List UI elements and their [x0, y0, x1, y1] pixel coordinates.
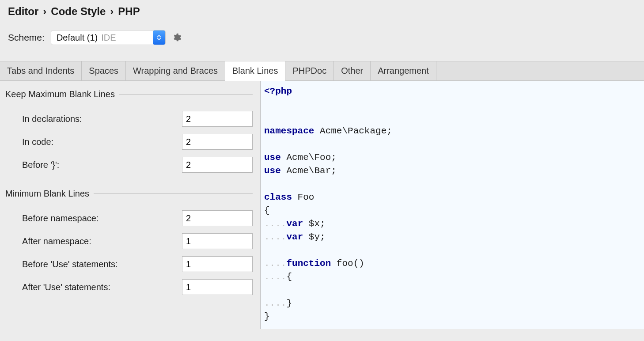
- breadcrumb-editor: Editor: [8, 5, 38, 18]
- code-token: <?php: [264, 86, 292, 96]
- code-keyword: namespace: [264, 126, 314, 136]
- code-preview: <?php namespace Acme\Package; use Acme\F…: [261, 81, 644, 329]
- tab-wrapping-and-braces[interactable]: Wrapping and Braces: [126, 61, 225, 80]
- tab-spaces[interactable]: Spaces: [82, 61, 126, 80]
- section-keep-max: Keep Maximum Blank Lines: [5, 89, 253, 99]
- section-min: Minimum Blank Lines: [5, 189, 253, 199]
- input-before-use[interactable]: [182, 256, 253, 272]
- code-text: $x;: [303, 219, 325, 229]
- breadcrumb-php: PHP: [118, 5, 140, 18]
- label-before-use: Before 'Use' statements:: [22, 259, 182, 269]
- label-in-code: In code:: [22, 137, 182, 147]
- input-before-namespace[interactable]: [182, 210, 253, 226]
- label-before-close-brace: Before '}':: [22, 160, 182, 170]
- dropdown-stepper-icon[interactable]: [153, 30, 165, 45]
- code-keyword: var: [286, 232, 303, 242]
- input-in-declarations[interactable]: [182, 111, 253, 127]
- label-before-namespace: Before namespace:: [22, 213, 182, 224]
- code-text: Foo: [292, 192, 314, 202]
- code-text: $y;: [303, 232, 325, 242]
- label-in-declarations: In declarations:: [22, 114, 182, 124]
- code-text: }: [286, 298, 292, 308]
- settings-pane: Keep Maximum Blank Lines In declarations…: [0, 81, 261, 329]
- tab-tabs-and-indents[interactable]: Tabs and Indents: [0, 61, 82, 80]
- input-after-namespace[interactable]: [182, 233, 253, 249]
- code-keyword: function: [286, 258, 331, 269]
- chevron-right-icon: ›: [43, 5, 46, 18]
- code-keyword: class: [264, 192, 292, 202]
- tab-other[interactable]: Other: [334, 61, 371, 80]
- tabs: Tabs and Indents Spaces Wrapping and Bra…: [0, 61, 644, 81]
- input-in-code[interactable]: [182, 134, 253, 150]
- label-after-namespace: After namespace:: [22, 236, 182, 246]
- code-text: {: [264, 205, 270, 216]
- input-before-close-brace[interactable]: [182, 157, 253, 173]
- code-text: }: [264, 311, 270, 322]
- code-keyword: use: [264, 152, 281, 163]
- scheme-selected: Default (1): [57, 33, 98, 43]
- input-after-use[interactable]: [182, 279, 253, 295]
- divider: [94, 193, 253, 194]
- indent-guide: ....: [264, 219, 286, 229]
- code-text: foo(): [331, 258, 364, 269]
- scheme-label: Scheme:: [8, 32, 45, 43]
- breadcrumb: Editor › Code Style › PHP: [8, 5, 636, 18]
- code-text: Acme\Package;: [314, 126, 392, 136]
- indent-guide: ....: [264, 298, 286, 308]
- code-text: Acme\Bar;: [281, 166, 337, 176]
- indent-guide: ....: [264, 258, 286, 269]
- section-title: Minimum Blank Lines: [5, 189, 89, 199]
- tab-blank-lines[interactable]: Blank Lines: [225, 61, 285, 81]
- code-keyword: use: [264, 166, 281, 176]
- chevron-right-icon: ›: [110, 5, 114, 18]
- code-text: {: [286, 272, 292, 282]
- tab-phpdoc[interactable]: PHPDoc: [285, 61, 334, 80]
- gear-icon[interactable]: [172, 33, 182, 42]
- divider: [119, 94, 253, 95]
- label-after-use: After 'Use' statements:: [22, 282, 182, 292]
- scheme-scope: IDE: [101, 33, 116, 43]
- breadcrumb-code-style: Code Style: [51, 5, 106, 18]
- code-keyword: var: [286, 219, 303, 229]
- indent-guide: ....: [264, 232, 286, 242]
- code-text: Acme\Foo;: [281, 152, 337, 163]
- indent-guide: ....: [264, 272, 286, 282]
- scheme-select[interactable]: Default (1) IDE: [51, 30, 166, 45]
- section-title: Keep Maximum Blank Lines: [5, 89, 115, 99]
- tab-arrangement[interactable]: Arrangement: [371, 61, 436, 80]
